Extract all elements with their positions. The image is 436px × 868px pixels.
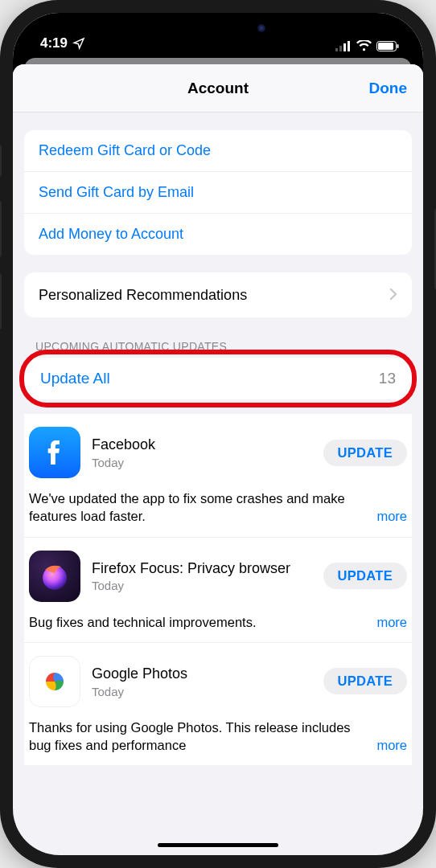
google-photos-icon	[29, 656, 80, 707]
personalized-recommendations-row[interactable]: Personalized Recommendations	[24, 272, 412, 317]
recommendations-label: Personalized Recommendations	[39, 287, 247, 304]
updates-section-header: UPCOMING AUTOMATIC UPDATES	[35, 340, 401, 353]
send-gift-label: Send Gift Card by Email	[39, 184, 194, 201]
send-gift-card-row[interactable]: Send Gift Card by Email	[24, 171, 412, 213]
cellular-icon	[335, 41, 352, 51]
done-button[interactable]: Done	[369, 80, 408, 97]
screen: 4:19	[13, 13, 423, 855]
app-date: Today	[92, 456, 312, 469]
update-button[interactable]: UPDATE	[323, 668, 407, 694]
account-sheet: Account Done Redeem Gift Card or Code Se…	[13, 64, 423, 855]
add-money-row[interactable]: Add Money to Account	[24, 213, 412, 255]
redeem-label: Redeem Gift Card or Code	[39, 142, 211, 159]
device-frame: 4:19	[0, 0, 436, 868]
facebook-icon	[29, 427, 80, 478]
app-name: Google Photos	[92, 665, 312, 683]
svg-rect-1	[339, 46, 342, 51]
svg-rect-3	[348, 41, 350, 51]
app-name: Facebook	[92, 436, 312, 454]
more-link[interactable]: more	[376, 736, 407, 754]
chevron-right-icon	[389, 285, 397, 305]
svg-rect-0	[335, 48, 338, 51]
content-scroll[interactable]: Redeem Gift Card or Code Send Gift Card …	[13, 113, 423, 855]
update-button[interactable]: UPDATE	[323, 440, 407, 466]
app-updates-list: Facebook Today UPDATE We've updated the …	[24, 414, 412, 765]
notch	[125, 13, 311, 40]
wifi-icon	[356, 40, 372, 51]
app-name: Firefox Focus: Privacy browser	[92, 559, 312, 578]
recommendations-card: Personalized Recommendations	[24, 272, 412, 317]
update-button[interactable]: UPDATE	[323, 563, 407, 589]
app-item-facebook: Facebook Today UPDATE We've updated the …	[24, 414, 412, 537]
nav-bar: Account Done	[13, 64, 423, 113]
update-all-label: Update All	[40, 370, 110, 387]
mute-switch	[0, 145, 2, 177]
app-date: Today	[92, 579, 312, 592]
app-desc: Thanks for using Google Photos. This rel…	[29, 719, 367, 755]
redeem-gift-card-row[interactable]: Redeem Gift Card or Code	[24, 130, 412, 171]
volume-up	[0, 201, 2, 257]
app-item-google-photos: Google Photos Today UPDATE Thanks for us…	[24, 642, 412, 766]
page-title: Account	[187, 80, 249, 97]
location-icon	[72, 37, 85, 50]
svg-rect-5	[378, 43, 393, 50]
app-desc: We've updated the app to fix some crashe…	[29, 489, 367, 526]
app-date: Today	[92, 685, 312, 698]
app-desc: Bug fixes and technical improvements.	[29, 613, 367, 631]
more-link[interactable]: more	[376, 507, 407, 525]
actions-card: Redeem Gift Card or Code Send Gift Card …	[24, 130, 412, 255]
volume-down	[0, 273, 2, 330]
svg-rect-6	[397, 44, 399, 48]
svg-rect-2	[343, 43, 346, 51]
update-all-row[interactable]: Update All 13	[24, 358, 412, 399]
more-link[interactable]: more	[376, 613, 407, 631]
battery-icon	[376, 41, 399, 51]
home-indicator[interactable]	[158, 843, 278, 847]
status-time: 4:19	[40, 35, 68, 51]
app-item-firefox-focus: Firefox Focus: Privacy browser Today UPD…	[24, 537, 412, 642]
firefox-focus-icon	[29, 551, 80, 602]
add-money-label: Add Money to Account	[39, 226, 183, 243]
update-all-count: 13	[379, 370, 396, 387]
update-all-container: Update All 13	[24, 358, 412, 399]
sheet-stack: Account Done Redeem Gift Card or Code Se…	[13, 56, 423, 855]
